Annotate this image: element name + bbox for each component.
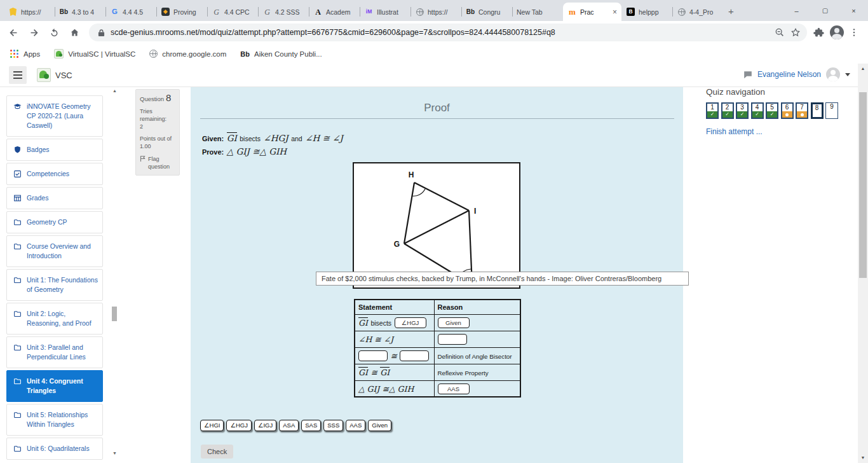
browser-tab[interactable]: Bb Congru <box>461 3 512 21</box>
back-button[interactable] <box>5 24 22 41</box>
quiz-nav-question-7[interactable]: 7 <box>796 102 808 119</box>
browser-tab-active[interactable]: m Prac × <box>563 3 621 21</box>
page-scrollbar[interactable]: ▲ ▼ <box>858 64 868 463</box>
drag-chip[interactable]: ∠IGJ <box>254 420 276 431</box>
browser-tab[interactable]: Proving <box>156 3 207 21</box>
question-panel: Proof Given: GI bisects ∠HGJ and ∠H ≅ ∠J… <box>191 87 683 463</box>
address-bar[interactable]: scde-genius.mrooms.net/mod/quiz/attempt.… <box>89 24 807 41</box>
sidebar-item-unit5[interactable]: Unit 5: Relationships Within Triangles <box>6 404 103 436</box>
drop-zone-filled[interactable]: Given <box>438 317 470 328</box>
scroll-down-icon[interactable]: ▼ <box>858 453 868 463</box>
table-row: ∠H ≅ ∠J <box>355 331 520 347</box>
quiz-navigation: Quiz navigation 1 ✓ 2 ✓ 3 ✓ 4 ✓ <box>706 87 852 136</box>
sidebar-item-unit3[interactable]: Unit 3: Parallel and Perpendicular Lines <box>6 336 103 368</box>
drop-zone-empty[interactable] <box>358 350 388 361</box>
home-button[interactable] <box>66 24 83 41</box>
user-menu[interactable]: Evangeline Nelson <box>743 67 850 81</box>
bookmarks-bar: Apps VirtualSC | VirtualSC chrome.google… <box>0 44 868 64</box>
user-name[interactable]: Evangeline Nelson <box>757 70 821 79</box>
flag-question-link[interactable]: Flag question <box>148 155 175 170</box>
sidebar-item-competencies[interactable]: Competencies <box>6 163 103 185</box>
scrollbar-thumb[interactable] <box>112 307 117 321</box>
scroll-down-icon[interactable]: ▼ <box>111 451 118 455</box>
check-icon: ✓ <box>710 112 715 117</box>
sidebar-item-unit2[interactable]: Unit 2: Logic, Reasoning, and Proof <box>6 303 103 335</box>
drag-chip[interactable]: SAS <box>301 420 321 431</box>
user-avatar[interactable] <box>826 67 840 81</box>
sidebar-item-unit1[interactable]: Unit 1: The Foundations of Geometry <box>6 269 103 301</box>
quiz-nav-question-2[interactable]: 2 ✓ <box>721 102 734 119</box>
browser-tab[interactable]: https:// <box>4 3 55 21</box>
chevron-down-icon <box>845 73 850 76</box>
bookmark-virtualsc[interactable]: VirtualSC | VirtualSC <box>51 49 142 59</box>
browser-tab[interactable]: New Tab <box>512 3 563 21</box>
sidebar-item-course[interactable]: iNNOVATE Geometry CP 2020-21 (Laura Casw… <box>6 95 103 137</box>
browser-tab[interactable]: G 4.4 4.5 <box>105 3 156 21</box>
sidebar-item-unit4-active[interactable]: Unit 4: Congruent Triangles <box>6 370 103 402</box>
quiz-nav-question-3[interactable]: 3 ✓ <box>736 102 749 119</box>
browser-tab[interactable]: G 4.4 CPC <box>207 3 258 21</box>
sidebar-item-label: Unit 6: Quadrilaterals <box>27 444 90 453</box>
maximize-button[interactable]: ▢ <box>811 0 839 21</box>
drag-chip[interactable]: ASA <box>279 420 299 431</box>
vsc-logo <box>37 68 51 82</box>
quiz-nav-question-9[interactable]: 9 <box>825 102 838 119</box>
bookmark-apps[interactable]: Apps <box>8 50 46 59</box>
browser-tab[interactable]: 4-4_Pro <box>672 3 723 21</box>
zoom-indicator-icon[interactable] <box>775 27 785 38</box>
sidebar-item-label: Competencies <box>27 169 69 179</box>
browser-tab[interactable]: Bb 4.3 to 4 <box>55 3 105 21</box>
profile-avatar[interactable] <box>830 25 844 39</box>
bookmark-chrome-store[interactable]: chrome.google.com <box>147 50 233 58</box>
browser-tab[interactable]: iM Illustrat <box>360 3 410 21</box>
message-bubble-icon[interactable] <box>743 71 752 79</box>
drop-zone-empty[interactable] <box>400 350 429 361</box>
drop-zone-empty[interactable] <box>438 334 467 345</box>
scrollbar-thumb[interactable] <box>859 92 867 278</box>
sidebar-item-badges[interactable]: Badges <box>6 139 103 161</box>
close-button[interactable]: × <box>839 0 868 21</box>
browser-tab[interactable]: B helppp <box>621 3 672 21</box>
bookmark-star-icon[interactable] <box>790 27 801 38</box>
browser-tab[interactable]: https:// <box>410 3 461 21</box>
drag-chip[interactable]: ∠HGJ <box>226 420 252 431</box>
bookmark-label: Aiken County Publi... <box>254 50 322 58</box>
finish-attempt-link[interactable]: Finish attempt ... <box>706 127 852 136</box>
drag-chip[interactable]: Given <box>368 420 391 431</box>
drop-zone-filled[interactable]: ∠HGJ <box>395 317 426 328</box>
table-row: △ GIJ ≅△ GIH AAS <box>355 380 520 397</box>
tab-close-icon[interactable]: × <box>613 8 617 16</box>
quiz-nav-question-8-current[interactable]: 8 <box>811 102 824 119</box>
extensions-icon[interactable] <box>813 27 825 38</box>
sidebar-item-label: Geometry CP <box>27 218 67 227</box>
quiz-nav-question-4[interactable]: 4 ✓ <box>751 102 764 119</box>
site-brand[interactable]: VSC <box>37 68 72 82</box>
blackboard-icon: Bb <box>240 50 250 58</box>
check-button[interactable]: Check <box>201 445 233 459</box>
quiz-nav-question-5[interactable]: 5 ✓ <box>766 102 778 119</box>
sidebar-item-unit6[interactable]: Unit 6: Quadrilaterals <box>6 438 103 460</box>
scroll-up-icon[interactable]: ▲ <box>858 64 868 74</box>
tab-title: https:// <box>21 8 50 16</box>
tab-title: Congru <box>478 8 508 16</box>
minimize-button[interactable]: – <box>782 0 811 21</box>
sidebar-item-course-overview[interactable]: Course Overview and Introduction <box>6 235 103 267</box>
drop-zone-filled[interactable]: AAS <box>438 384 470 394</box>
drag-chip[interactable]: ∠HGI <box>200 420 224 431</box>
new-tab-button[interactable]: + <box>728 6 734 16</box>
quiz-nav-question-1[interactable]: 1 ✓ <box>706 102 719 119</box>
scroll-up-icon[interactable]: ▲ <box>111 88 118 93</box>
reload-button[interactable] <box>46 24 62 41</box>
forward-button[interactable] <box>25 24 42 41</box>
drag-chip[interactable]: AAS <box>346 420 365 431</box>
menu-hamburger-button[interactable] <box>9 66 27 84</box>
browser-tab[interactable]: G 4.2 SSS <box>258 3 309 21</box>
browser-tab[interactable]: A Academ <box>309 3 360 21</box>
sidebar-item-grades[interactable]: Grades <box>6 187 103 209</box>
quiz-nav-question-6[interactable]: 6 <box>781 102 794 119</box>
sidebar-item-geometry-cp[interactable]: Geometry CP <box>6 211 103 233</box>
browser-menu-icon[interactable] <box>849 27 859 38</box>
drag-chip[interactable]: SSS <box>323 420 343 431</box>
sidebar-scrollbar[interactable]: ▲ ▼ <box>111 87 118 463</box>
bookmark-aiken[interactable]: Bb Aiken County Publi... <box>238 50 328 58</box>
